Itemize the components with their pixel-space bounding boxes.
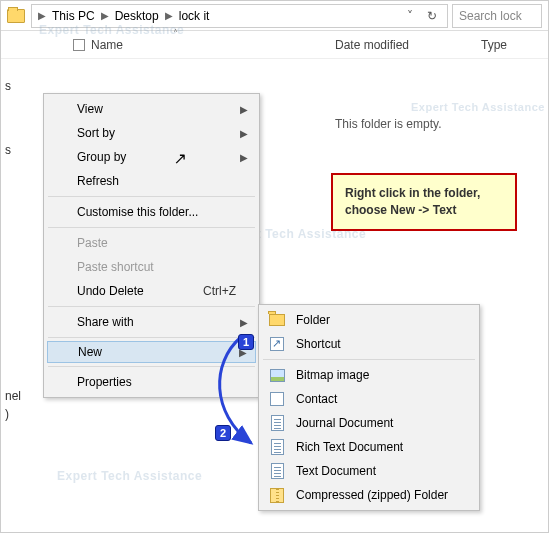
new-rtf[interactable]: Rich Text Document [262, 435, 476, 459]
menu-group-by[interactable]: Group by▶ [47, 145, 256, 169]
watermark: Expert Tech Assistance [411, 101, 545, 113]
chevron-right-icon[interactable]: ▶ [36, 10, 48, 21]
menu-separator [48, 306, 255, 307]
new-shortcut[interactable]: Shortcut [262, 332, 476, 356]
folder-icon [7, 9, 25, 23]
menu-new[interactable]: New▶ [47, 341, 256, 363]
shortcut-icon [270, 337, 284, 351]
new-contact[interactable]: Contact [262, 387, 476, 411]
chevron-right-icon[interactable]: ▶ [163, 10, 175, 21]
refresh-icon[interactable]: ↻ [421, 9, 443, 23]
column-name[interactable]: Name [91, 38, 123, 52]
menu-share-with[interactable]: Share with▶ [47, 310, 256, 334]
submenu-arrow-icon: ▶ [240, 317, 248, 328]
menu-undo-delete[interactable]: Undo DeleteCtrl+Z [47, 279, 256, 303]
menu-separator [48, 227, 255, 228]
select-all-checkbox[interactable] [73, 39, 85, 51]
menu-view[interactable]: View▶ [47, 97, 256, 121]
menu-refresh[interactable]: Refresh [47, 169, 256, 193]
submenu-arrow-icon: ▶ [240, 152, 248, 163]
watermark: Expert Tech Assistance [57, 469, 202, 483]
contact-icon [270, 392, 284, 406]
menu-paste: Paste [47, 231, 256, 255]
submenu-arrow-icon: ▶ [240, 104, 248, 115]
menu-properties[interactable]: Properties [47, 370, 256, 394]
address-bar: ▶ This PC ▶ Desktop ▶ lock it ˅ ↻ Search… [1, 1, 548, 31]
crumb-lock-it[interactable]: lock it [175, 9, 214, 23]
menu-sort-by[interactable]: Sort by▶ [47, 121, 256, 145]
menu-customise[interactable]: Customise this folder... [47, 200, 256, 224]
breadcrumb[interactable]: ▶ This PC ▶ Desktop ▶ lock it ˅ ↻ [31, 4, 448, 28]
callout-badge-2: 2 [215, 425, 231, 441]
crumb-desktop[interactable]: Desktop [111, 9, 163, 23]
image-icon [270, 369, 285, 382]
column-type[interactable]: Type [481, 38, 507, 52]
new-journal[interactable]: Journal Document [262, 411, 476, 435]
empty-folder-text: This folder is empty. [335, 117, 441, 131]
chevron-right-icon[interactable]: ▶ [99, 10, 111, 21]
new-folder[interactable]: Folder [262, 308, 476, 332]
history-dropdown-icon[interactable]: ˅ [399, 9, 421, 23]
menu-separator [48, 366, 255, 367]
sort-asc-icon: ˄ [173, 28, 178, 39]
menu-paste-shortcut: Paste shortcut [47, 255, 256, 279]
new-bitmap[interactable]: Bitmap image [262, 363, 476, 387]
shortcut-label: Ctrl+Z [203, 284, 236, 298]
menu-separator [48, 196, 255, 197]
instruction-callout: Right click in the folder,choose New -> … [331, 173, 517, 231]
document-icon [271, 463, 284, 479]
crumb-this-pc[interactable]: This PC [48, 9, 99, 23]
search-input[interactable]: Search lock [452, 4, 542, 28]
column-date[interactable]: Date modified [335, 38, 409, 52]
new-text-document[interactable]: Text Document [262, 459, 476, 483]
callout-badge-1: 1 [238, 334, 254, 350]
nav-pane-edge: s s nel ) [1, 61, 31, 532]
context-menu: View▶ Sort by▶ Group by▶ Refresh Customi… [43, 93, 260, 398]
menu-separator [48, 337, 255, 338]
folder-icon [269, 314, 285, 326]
cursor-icon: ↖ [174, 149, 187, 168]
document-icon [271, 439, 284, 455]
new-submenu: Folder Shortcut Bitmap image Contact Jou… [258, 304, 480, 511]
column-headers: Name ˄ Date modified Type [1, 31, 548, 59]
new-zip[interactable]: Compressed (zipped) Folder [262, 483, 476, 507]
document-icon [271, 415, 284, 431]
menu-separator [263, 359, 475, 360]
zip-icon [270, 488, 284, 503]
submenu-arrow-icon: ▶ [240, 128, 248, 139]
